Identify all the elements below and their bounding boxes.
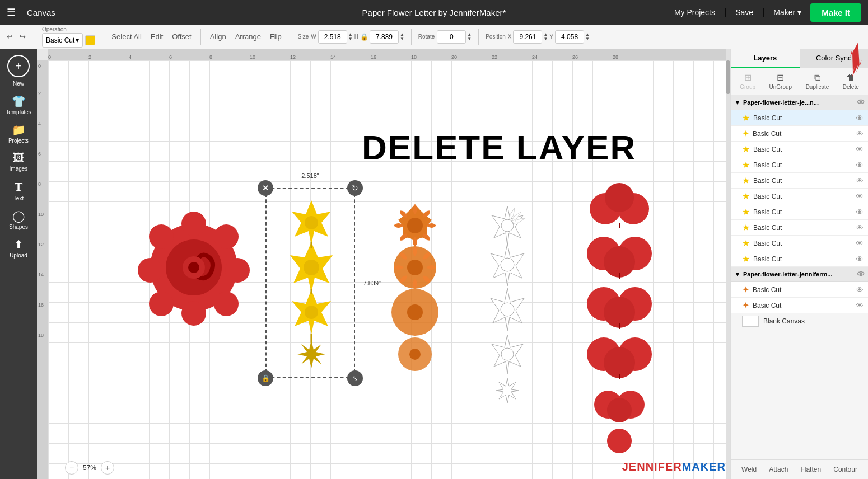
layer-row[interactable]: ✦ Basic Cut 👁 xyxy=(731,126,868,142)
size-w-input[interactable] xyxy=(318,30,347,44)
width-stepper[interactable]: ▲ ▼ xyxy=(348,32,353,41)
tab-layers[interactable]: Layers xyxy=(731,49,800,68)
layer-row[interactable]: ★ Basic Cut 👁 xyxy=(731,142,868,157)
flower-orange[interactable] xyxy=(381,192,449,377)
select-all-button[interactable]: Select All xyxy=(109,31,143,42)
maker-dropdown[interactable]: Maker ▾ xyxy=(773,8,801,17)
contour-button[interactable]: Contour xyxy=(829,463,862,476)
layer-row[interactable]: ★ Basic Cut 👁 xyxy=(731,157,868,173)
pos-x-stepper[interactable]: ▲ ▼ xyxy=(543,32,548,41)
blank-canvas-row[interactable]: Blank Canvas xyxy=(731,313,868,329)
pos-y-down-btn[interactable]: ▼ xyxy=(585,37,590,41)
layers-list[interactable]: ▼ Paper-flower-letter-je...n... 👁 ★ Basi… xyxy=(731,95,868,459)
sidebar-item-text[interactable]: T Text xyxy=(2,176,35,205)
sidebar-item-shapes[interactable]: ◯ Shapes xyxy=(2,206,35,233)
height-stepper[interactable]: ▲ ▼ xyxy=(400,32,404,41)
operation-dropdown[interactable]: Basic Cut ▾ xyxy=(42,33,83,48)
canvas-area[interactable]: 0 2 4 6 8 10 12 14 16 18 20 22 24 26 28 … xyxy=(37,49,730,479)
layer-visibility-toggle[interactable]: 👁 xyxy=(856,301,864,310)
layer-name: Basic Cut xyxy=(753,255,852,263)
pos-x-input[interactable] xyxy=(513,30,542,44)
layer-visibility-toggle[interactable]: 👁 xyxy=(856,285,864,294)
pos-y-input[interactable] xyxy=(555,30,584,44)
layer-visibility-toggle[interactable]: 👁 xyxy=(856,161,864,170)
layer-visibility-toggle[interactable]: 👁 xyxy=(856,192,864,201)
layer-visibility-toggle[interactable]: 👁 xyxy=(856,145,864,154)
hamburger-menu-icon[interactable]: ☰ xyxy=(7,6,16,18)
height-input-group: 🔒 ▲ ▼ xyxy=(360,30,404,44)
sidebar-item-templates[interactable]: 👕 Templates xyxy=(2,91,35,119)
flip-button[interactable]: Flip xyxy=(268,31,284,42)
size-h-input[interactable] xyxy=(370,30,399,44)
sidebar-item-upload[interactable]: ⬆ Upload xyxy=(2,234,35,262)
ungroup-button[interactable]: ⊟ UnGroup xyxy=(766,71,796,91)
rotate-stepper[interactable]: ▲ ▼ xyxy=(467,32,472,41)
offset-button[interactable]: Offset xyxy=(170,31,193,42)
sidebar-item-projects[interactable]: 📁 Projects xyxy=(2,120,35,147)
redo-button[interactable]: ↪ xyxy=(17,31,28,42)
pos-x-down-btn[interactable]: ▼ xyxy=(543,37,548,41)
rotate-input[interactable] xyxy=(437,30,466,44)
zoom-in-button[interactable]: + xyxy=(101,461,114,475)
layer-row[interactable]: ✦ Basic Cut 👁 xyxy=(731,282,868,298)
lock-handle[interactable]: 🔒 xyxy=(258,370,273,386)
make-it-button[interactable]: Make It xyxy=(810,3,861,22)
layer-row[interactable]: ★ Basic Cut 👁 xyxy=(731,236,868,251)
undo-button[interactable]: ↩ xyxy=(4,31,15,42)
layer-visibility-toggle[interactable]: 👁 xyxy=(856,208,864,217)
layer-row[interactable]: ★ Basic Cut 👁 xyxy=(731,173,868,189)
layer-color-icon: ★ xyxy=(742,191,750,201)
pos-y-stepper[interactable]: ▲ ▼ xyxy=(585,32,590,41)
arrange-button[interactable]: Arrange xyxy=(233,31,263,42)
layer-visibility-toggle[interactable]: 👁 xyxy=(856,223,864,232)
width-down-btn[interactable]: ▼ xyxy=(348,37,353,41)
layer-row[interactable]: ★ Basic Cut 👁 xyxy=(731,220,868,236)
flower-white-outline[interactable] xyxy=(477,192,538,405)
nav-divider: | xyxy=(724,7,726,17)
flatten-button[interactable]: Flatten xyxy=(796,463,825,476)
layer-color-icon: ★ xyxy=(742,175,750,186)
layer-visibility-toggle[interactable]: 👁 xyxy=(856,255,864,264)
canvas-grid[interactable]: DELETE LAYER xyxy=(48,60,730,479)
rotate-handle[interactable]: ↻ xyxy=(347,180,363,196)
color-swatch[interactable] xyxy=(85,35,95,45)
zoom-out-button[interactable]: − xyxy=(65,461,78,475)
edit-button[interactable]: Edit xyxy=(148,31,165,42)
layer-visibility-toggle[interactable]: 👁 xyxy=(856,176,864,185)
canvas-scrollbar[interactable] xyxy=(726,49,730,479)
delete-handle[interactable]: ✕ xyxy=(258,180,273,196)
flower-red-blob[interactable] xyxy=(583,178,656,458)
flower-red-spiral[interactable] xyxy=(146,184,241,351)
group1-visibility-toggle[interactable]: 👁 xyxy=(857,98,865,107)
layer-visibility-toggle[interactable]: 👁 xyxy=(856,129,864,138)
layer-visibility-toggle[interactable]: 👁 xyxy=(856,114,864,123)
duplicate-button[interactable]: ⧉ Duplicate xyxy=(802,72,833,91)
attach-button[interactable]: Attach xyxy=(764,463,792,476)
selection-box[interactable]: ✕ ↻ 🔒 ⤡ 2.518" 7.839" xyxy=(265,188,355,378)
scale-handle[interactable]: ⤡ xyxy=(347,370,363,386)
group-button[interactable]: ⊞ Group xyxy=(736,71,759,91)
layer-group-2-header[interactable]: ▼ Paper-flower-letter-jenniferm... 👁 xyxy=(731,267,868,282)
lock-aspect-icon[interactable]: 🔒 xyxy=(360,33,368,41)
save-link[interactable]: Save xyxy=(735,8,753,17)
delete-button[interactable]: 🗑 Delete xyxy=(839,72,862,91)
height-down-btn[interactable]: ▼ xyxy=(400,37,404,41)
my-projects-link[interactable]: My Projects xyxy=(674,8,715,17)
align-button[interactable]: Align xyxy=(208,31,228,42)
layer-row[interactable]: ✦ Basic Cut 👁 xyxy=(731,298,868,313)
group1-name: Paper-flower-letter-je...n... xyxy=(743,99,855,106)
weld-button[interactable]: Weld xyxy=(737,463,761,476)
layer-visibility-toggle[interactable]: 👁 xyxy=(856,239,864,248)
layer-row[interactable]: ★ Basic Cut 👁 xyxy=(731,251,868,267)
rotate-down-btn[interactable]: ▼ xyxy=(467,37,472,41)
layer-row[interactable]: ★ Basic Cut 👁 xyxy=(731,189,868,204)
sidebar-item-images[interactable]: 🖼 Images xyxy=(2,148,35,175)
group2-visibility-toggle[interactable]: 👁 xyxy=(857,270,865,279)
layer-group-1-header[interactable]: ▼ Paper-flower-letter-je...n... 👁 xyxy=(731,95,868,110)
svg-point-3 xyxy=(214,224,239,249)
new-plus-icon[interactable]: + xyxy=(7,55,30,77)
layer-row[interactable]: ★ Basic Cut 👁 xyxy=(731,110,868,126)
scrollbar-thumb[interactable] xyxy=(726,60,730,94)
layer-row[interactable]: ★ Basic Cut 👁 xyxy=(731,204,868,220)
new-button[interactable]: + New xyxy=(2,51,35,90)
